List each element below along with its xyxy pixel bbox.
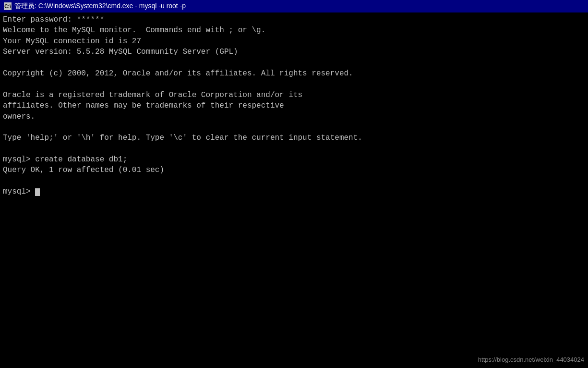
terminal-content[interactable]: Enter password: ****** Welcome to the My… xyxy=(0,12,588,368)
terminal-text: Enter password: ****** Welcome to the My… xyxy=(3,14,585,197)
cmd-window: C:\ 管理员: C:\Windows\System32\cmd.exe - m… xyxy=(0,0,588,368)
title-bar: C:\ 管理员: C:\Windows\System32\cmd.exe - m… xyxy=(0,0,588,12)
watermark: https://blog.csdn.net/weixin_44034024 xyxy=(478,356,584,364)
cmd-icon: C:\ xyxy=(4,2,12,10)
cursor xyxy=(35,188,40,196)
window-title: 管理员: C:\Windows\System32\cmd.exe - mysql… xyxy=(14,2,186,11)
